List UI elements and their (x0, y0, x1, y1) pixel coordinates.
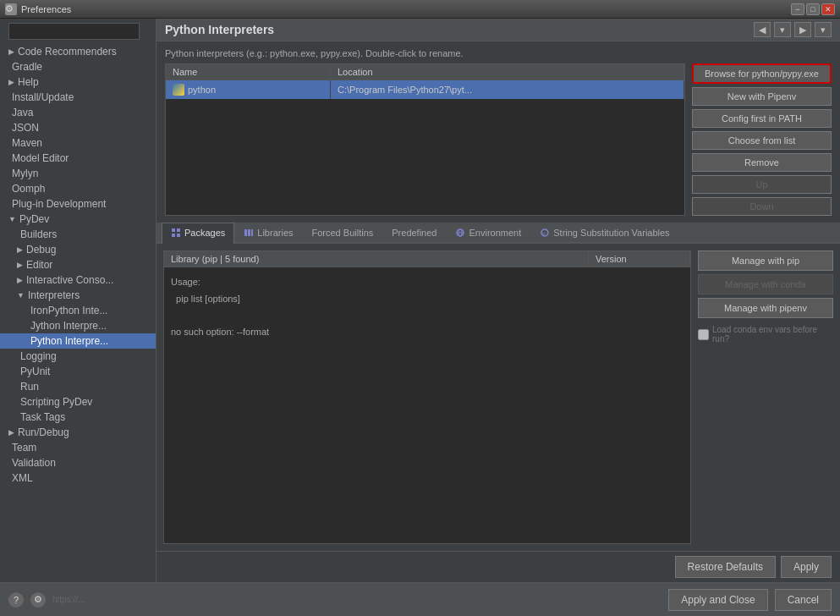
var-icon: v (540, 228, 550, 238)
sidebar-item-label: Install/Update (12, 91, 74, 103)
sidebar-item-scripting-pydev[interactable]: Scripting PyDev (0, 394, 156, 410)
svg-rect-5 (248, 229, 250, 236)
location-cell: C:\Program Files\Python27\pyt... (331, 80, 684, 99)
sidebar-item-oomph[interactable]: Oomph (0, 181, 156, 196)
sidebar-item-logging[interactable]: Logging (0, 349, 156, 364)
sidebar-item-pyunit[interactable]: PyUnit (0, 364, 156, 379)
tab-label: Libraries (257, 228, 293, 238)
nav-dropdown-button[interactable]: ▾ (774, 22, 791, 37)
sidebar-item-help[interactable]: ▶ Help (0, 74, 156, 90)
manage-pip-button[interactable]: Manage with pip (698, 250, 833, 271)
sidebar-item-jython[interactable]: Jython Interpre... (0, 318, 156, 333)
nav-back-button[interactable]: ◀ (754, 22, 771, 37)
interpreter-table-area: Name Location python C:\Program Files\Py… (165, 63, 832, 216)
apply-close-button[interactable]: Apply and Close (668, 589, 767, 611)
sidebar-item-maven[interactable]: Maven (0, 135, 156, 151)
sidebar-item-install-update[interactable]: Install/Update (0, 90, 156, 105)
sidebar-item-label: Builders (20, 228, 57, 240)
sidebar-item-label: Code Recommenders (18, 46, 117, 58)
svg-rect-1 (177, 228, 180, 232)
sidebar-item-pydev[interactable]: ▼ PyDev (0, 212, 156, 227)
sidebar-item-gradle[interactable]: Gradle (0, 59, 156, 74)
title-bar: ⚙ Preferences − □ ✕ (0, 0, 840, 19)
sidebar-item-label: Java (12, 107, 33, 118)
sidebar-item-plug-in-dev[interactable]: Plug-in Development (0, 196, 156, 212)
sidebar-item-ironpython[interactable]: IronPython Inte... (0, 303, 156, 318)
sidebar-item-xml[interactable]: XML (0, 470, 156, 486)
sidebar-item-task-tags[interactable]: Task Tags (0, 410, 156, 425)
interpreter-description: Python interpreters (e.g.: python.exe, p… (165, 48, 832, 58)
sidebar-item-java[interactable]: Java (0, 105, 156, 120)
sidebar-item-team[interactable]: Team (0, 440, 156, 455)
manage-conda-button[interactable]: Manage with conda (698, 274, 833, 294)
interpreter-table: Name Location python C:\Program Files\Py… (165, 63, 685, 216)
expand-arrow: ▶ (8, 47, 14, 56)
minimize-button[interactable]: − (791, 3, 804, 15)
cancel-button[interactable]: Cancel (775, 589, 832, 611)
sidebar-item-code-recommenders[interactable]: ▶ Code Recommenders (0, 44, 156, 59)
packages-buttons: Manage with pip Manage with conda Manage… (698, 250, 833, 544)
svg-rect-3 (177, 234, 180, 237)
library-col-header: Library (pip | 5 found) (164, 251, 589, 267)
interpreter-section: Python interpreters (e.g.: python.exe, p… (156, 41, 840, 223)
conda-check-label: Load conda env vars before run? (712, 325, 833, 344)
sidebar-item-label: PyDev (19, 213, 49, 225)
sidebar-search-input[interactable] (8, 23, 140, 40)
conda-env-checkbox[interactable] (698, 329, 709, 340)
tab-environment[interactable]: Environment (446, 223, 530, 242)
sidebar-item-label: Editor (26, 259, 52, 271)
sidebar-item-mylyn[interactable]: Mylyn (0, 166, 156, 181)
sidebar-item-label: Jython Interpre... (30, 320, 107, 332)
tabs-bar: Packages Libraries Forced Builtins Prede… (156, 223, 840, 244)
tab-predefined[interactable]: Predefined (382, 223, 446, 242)
tab-string-substitution[interactable]: v String Substitution Variables (530, 223, 678, 242)
name-column-header: Name (166, 64, 331, 80)
content-title: Python Interpreters (165, 23, 274, 36)
manage-pipenv-button[interactable]: Manage with pipenv (698, 298, 833, 318)
conda-check-row: Load conda env vars before run? (698, 325, 833, 344)
sidebar-item-json[interactable]: JSON (0, 120, 156, 135)
tab-libraries[interactable]: Libraries (234, 223, 302, 242)
sidebar-item-editor[interactable]: ▶ Editor (0, 257, 156, 272)
sidebar-item-label: PyUnit (20, 366, 50, 377)
expand-arrow: ▶ (17, 261, 23, 269)
sidebar-item-debug[interactable]: ▶ Debug (0, 242, 156, 257)
tab-label: Predefined (392, 228, 436, 238)
maximize-button[interactable]: □ (806, 3, 820, 15)
settings-icon[interactable]: ⚙ (30, 592, 46, 608)
close-button[interactable]: ✕ (821, 3, 835, 15)
sidebar-item-run-debug[interactable]: ▶ Run/Debug (0, 425, 156, 440)
sidebar-item-interactive-console[interactable]: ▶ Interactive Conso... (0, 272, 156, 288)
sidebar-item-label: Help (18, 76, 39, 88)
nav-forward-button[interactable]: ▶ (794, 22, 811, 37)
expand-arrow: ▶ (17, 276, 23, 284)
svg-text:v: v (543, 231, 546, 236)
remove-button[interactable]: Remove (692, 153, 832, 172)
version-col-header: Version (589, 251, 690, 267)
sidebar-item-label: Maven (12, 137, 42, 149)
sidebar-item-model-editor[interactable]: Model Editor (0, 151, 156, 166)
sidebar-item-validation[interactable]: Validation (0, 455, 156, 470)
bottom-right-actions: Apply and Close Cancel (668, 589, 832, 611)
sidebar-item-run[interactable]: Run (0, 379, 156, 394)
sidebar-item-label: XML (12, 472, 33, 484)
tab-packages[interactable]: Packages (162, 223, 234, 244)
table-row[interactable]: python C:\Program Files\Python27\pyt... (166, 80, 684, 99)
help-icon[interactable]: ? (8, 592, 24, 608)
sidebar-item-label: Interpreters (28, 289, 80, 301)
apply-button[interactable]: Apply (781, 556, 832, 578)
nav-menu-button[interactable]: ▾ (815, 22, 832, 37)
sidebar-item-label: IronPython Inte... (30, 305, 107, 316)
up-button[interactable]: Up (692, 175, 832, 194)
choose-list-button[interactable]: Choose from list (692, 131, 832, 150)
down-button[interactable]: Down (692, 197, 832, 216)
sidebar-item-interpreters[interactable]: ▼ Interpreters (0, 288, 156, 303)
sidebar-item-python-interpreters[interactable]: Python Interpre... (0, 333, 156, 349)
sidebar-item-builders[interactable]: Builders (0, 227, 156, 242)
browse-python-button[interactable]: Browse for python/pypy.exe (692, 63, 832, 84)
config-path-button[interactable]: Config first in PATH (692, 109, 832, 128)
new-pipenv-button[interactable]: New with Pipenv (692, 87, 832, 106)
restore-defaults-button[interactable]: Restore Defaults (675, 556, 776, 578)
window-icon: ⚙ (5, 3, 17, 15)
tab-forced-builtins[interactable]: Forced Builtins (303, 223, 383, 242)
